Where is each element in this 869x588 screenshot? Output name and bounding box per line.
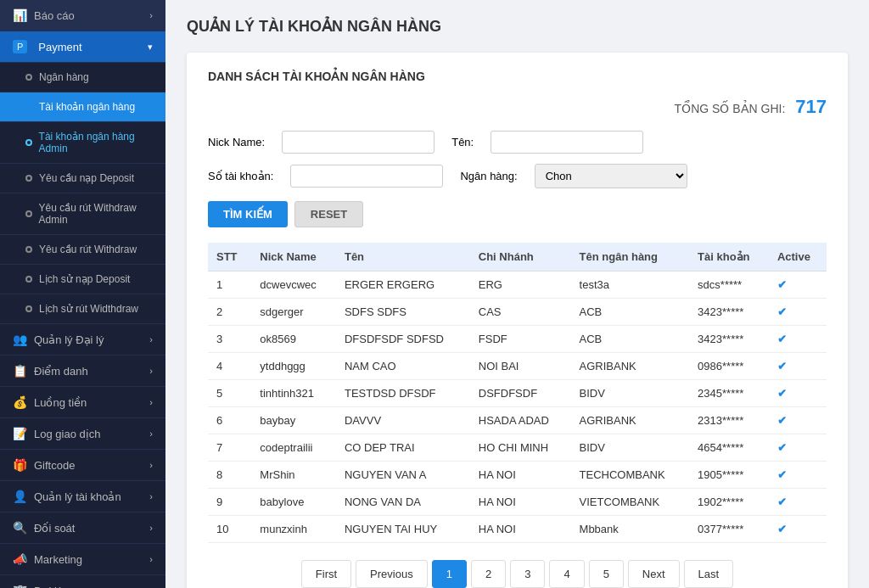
sidebar-item-payment[interactable]: P Payment ▾ [0, 31, 165, 63]
chevron-right-icon: › [149, 554, 153, 564]
cell-chi-nhanh: HA NOI [470, 462, 571, 489]
col-ten: Tên [336, 243, 470, 272]
sidebar-item-luong-tien[interactable]: 💰 Luồng tiền › [0, 387, 165, 418]
sidebar-label-payment: Payment [38, 41, 81, 53]
dot-icon [25, 139, 32, 146]
next-page-button[interactable]: Next [628, 560, 680, 588]
cell-ten: NGUYEN TAI HUY [336, 516, 470, 543]
sidebar-item-dai-ly[interactable]: 🏢 Đại lý › [0, 575, 165, 588]
cell-ten: NONG VAN DA [336, 489, 470, 516]
ten-label: Tên: [451, 136, 474, 148]
page-5-button[interactable]: 5 [589, 560, 624, 588]
cell-active: ✔ [769, 434, 827, 462]
chevron-right-icon: › [149, 366, 153, 376]
ngan-hang-select[interactable]: Chon ACB AGRIBANK BIDV TECHCOMBANK VIETC… [535, 164, 687, 188]
sidebar-item-yeu-cau-rut[interactable]: Yêu cầu rút Withdraw [0, 235, 165, 265]
sidebar-item-yeu-cau-nap[interactable]: Yêu cầu nạp Deposit [0, 164, 165, 193]
cell-ngan-hang: AGRIBANK [571, 407, 690, 434]
so-tai-khoan-input[interactable] [290, 165, 443, 188]
main-content: QUẢN LÝ TÀI KHOẢN NGÂN HÀNG DANH SÁCH TÀ… [165, 0, 869, 588]
cell-nick: baybay [251, 407, 336, 434]
nick-name-input[interactable] [282, 131, 434, 154]
search-button[interactable]: TÌM KIẾM [208, 201, 288, 227]
so-tai-khoan-label: Số tài khoản: [208, 170, 273, 182]
sidebar-item-diem-danh[interactable]: 📋 Điểm danh › [0, 356, 165, 387]
reset-button[interactable]: RESET [294, 201, 363, 227]
sidebar-item-tai-khoan-ngan-hang-admin[interactable]: Tài khoản ngân hàng Admin [0, 122, 165, 164]
ngan-hang-label: Ngân hàng: [460, 170, 517, 182]
bao-cao-icon: 📊 [13, 8, 27, 22]
dai-ly2-icon: 🏢 [13, 584, 27, 588]
first-page-button[interactable]: First [301, 560, 351, 588]
sidebar-label-giftcode: Giftcode [34, 459, 75, 472]
dot-icon [25, 210, 32, 217]
cell-stt: 7 [208, 434, 251, 462]
sidebar-label-tai-khoan-ngan-hang: Tài khoản ngân hàng [39, 101, 135, 113]
cell-stt: 2 [208, 299, 251, 326]
giftcode-icon: 🎁 [13, 458, 27, 472]
cell-active: ✔ [769, 326, 827, 353]
cell-chi-nhanh: CAS [470, 299, 571, 326]
cell-ten: TESTDSD DFSDF [336, 380, 470, 407]
sidebar-label-lich-su-nap: Lịch sử nạp Deposit [39, 273, 130, 285]
sidebar-item-doi-soat[interactable]: 🔍 Đối soát › [0, 512, 165, 544]
card-title: DANH SÁCH TÀI KHOẢN NGÂN HÀNG [208, 70, 827, 83]
chevron-right-icon: › [149, 460, 153, 470]
chevron-right-icon: › [149, 523, 153, 533]
cell-ngan-hang: TECHCOMBANK [571, 462, 690, 489]
previous-page-button[interactable]: Previous [356, 560, 428, 588]
page-3-button[interactable]: 3 [510, 560, 545, 588]
cell-stt: 9 [208, 489, 251, 516]
cell-active: ✔ [769, 516, 827, 543]
sidebar-label-log-giao-dich: Log giao dịch [34, 428, 100, 440]
cell-tai-khoan: 1902***** [689, 489, 769, 516]
dot-icon [25, 74, 32, 81]
page-1-button[interactable]: 1 [432, 560, 467, 588]
cell-nick: dcwevcwec [251, 272, 336, 299]
cell-ngan-hang: test3a [571, 272, 690, 299]
sidebar-item-giftcode[interactable]: 🎁 Giftcode › [0, 450, 165, 481]
sidebar-item-bao-cao[interactable]: 📊 Báo cáo › [0, 0, 165, 31]
sidebar-item-yeu-cau-rut-admin[interactable]: Yêu cầu rút Withdraw Admin [0, 193, 165, 235]
sidebar-item-quan-ly-dai-ly[interactable]: 👥 Quản lý Đại lý › [0, 324, 165, 356]
table-row: 7 codeptrailii CO DEP TRAI HO CHI MINH B… [208, 434, 827, 462]
sidebar-item-quan-ly-tai-khoan[interactable]: 👤 Quản lý tài khoản › [0, 481, 165, 512]
sidebar-label-bao-cao: Báo cáo [34, 9, 75, 22]
col-nick: Nick Name [251, 243, 336, 272]
cell-ngan-hang: AGRIBANK [571, 353, 690, 380]
sidebar-label-yeu-cau-nap: Yêu cầu nạp Deposit [39, 172, 134, 184]
page-title: QUẢN LÝ TÀI KHOẢN NGÂN HÀNG [187, 17, 848, 36]
chevron-right-icon: › [149, 428, 153, 439]
sidebar-item-tai-khoan-ngan-hang[interactable]: Tài khoản ngân hàng [0, 92, 165, 122]
log-icon: 📝 [13, 427, 27, 440]
cell-nick: tinhtinh321 [251, 380, 336, 407]
page-2-button[interactable]: 2 [471, 560, 506, 588]
sidebar-item-log-giao-dich[interactable]: 📝 Log giao dịch › [0, 418, 165, 450]
cell-chi-nhanh: HSADA ADAD [470, 407, 571, 434]
diem-danh-icon: 📋 [13, 364, 27, 378]
chevron-down-icon: ▾ [148, 42, 153, 53]
chevron-right-icon: › [149, 334, 153, 344]
sidebar-item-marketing[interactable]: 📣 Marketing › [0, 544, 165, 575]
col-ngan-hang: Tên ngân hàng [571, 243, 690, 272]
sidebar-item-ngan-hang[interactable]: Ngân hàng [0, 63, 165, 92]
cell-ngan-hang: Mbbank [571, 516, 690, 543]
table-row: 6 baybay DAVVV HSADA ADAD AGRIBANK 2313*… [208, 407, 827, 434]
page-4-button[interactable]: 4 [549, 560, 584, 588]
ten-input[interactable] [491, 131, 643, 154]
cell-ten: SDFS SDFS [336, 299, 470, 326]
dot-icon [25, 104, 32, 110]
cell-stt: 3 [208, 326, 251, 353]
cell-active: ✔ [769, 272, 827, 299]
cell-tai-khoan: 3423***** [689, 299, 769, 326]
cell-ngan-hang: VIETCOMBANK [571, 489, 690, 516]
last-page-button[interactable]: Last [684, 560, 734, 588]
cell-chi-nhanh: DSFDFSDF [470, 380, 571, 407]
cell-ngan-hang: ACB [571, 299, 690, 326]
cell-tai-khoan: 2345***** [689, 380, 769, 407]
luong-tien-icon: 💰 [13, 395, 27, 409]
cell-nick: ok8569 [251, 326, 336, 353]
sidebar-item-lich-su-rut[interactable]: Lịch sử rút Widthdraw [0, 294, 165, 324]
cell-ten: NGUYEN VAN A [336, 462, 470, 489]
sidebar-item-lich-su-nap[interactable]: Lịch sử nạp Deposit [0, 265, 165, 294]
